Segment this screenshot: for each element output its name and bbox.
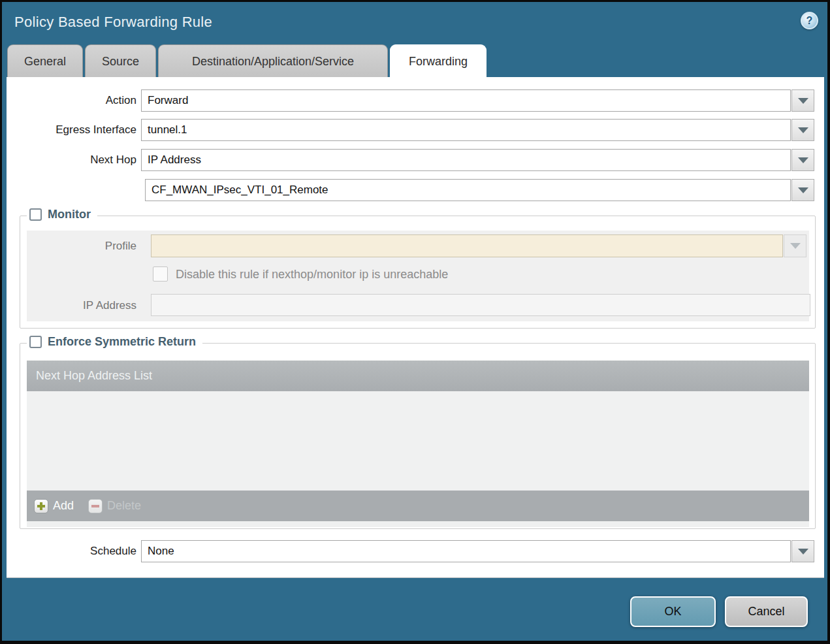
- monitor-profile-select: [151, 234, 783, 257]
- add-plus-icon: [34, 499, 48, 513]
- disable-rule-label: Disable this rule if nexthop/monitor ip …: [176, 268, 448, 282]
- egress-interface-row: Egress Interface tunnel.1: [7, 119, 824, 141]
- tab-destination-application-service[interactable]: Destination/Application/Service: [158, 44, 388, 77]
- tab-bar: General Source Destination/Application/S…: [7, 44, 487, 77]
- help-glyph: ?: [806, 15, 813, 27]
- egress-interface-label: Egress Interface: [7, 119, 136, 141]
- pbf-rule-dialog: Policy Based Forwarding Rule ? General S…: [2, 2, 827, 641]
- egress-interface-dropdown-button[interactable]: [791, 119, 814, 141]
- tab-general[interactable]: General: [7, 44, 83, 77]
- next-hop-address-list-body: [27, 391, 809, 491]
- table-bottom-strip: [27, 521, 809, 527]
- enforce-symmetric-return-checkbox[interactable]: [29, 336, 42, 348]
- tab-forwarding[interactable]: Forwarding: [390, 44, 487, 77]
- cancel-button[interactable]: Cancel: [725, 596, 808, 627]
- chevron-down-icon: [798, 187, 808, 193]
- chevron-down-icon: [798, 157, 808, 163]
- next-hop-address-list-table: Next Hop Address List Add Delete: [27, 361, 809, 527]
- table-toolbar: Add Delete: [27, 491, 809, 521]
- action-dropdown-button[interactable]: [791, 89, 814, 112]
- profile-label: Profile: [27, 234, 136, 257]
- next-hop-type-select[interactable]: IP Address: [141, 149, 791, 171]
- enforce-symmetric-return-legend-label: Enforce Symmetric Return: [48, 335, 196, 349]
- action-select[interactable]: Forward: [141, 89, 791, 112]
- monitor-ip-address-input: [151, 294, 810, 316]
- next-hop-dropdown-button[interactable]: [791, 149, 814, 171]
- schedule-dropdown-button[interactable]: [791, 540, 814, 562]
- tab-source[interactable]: Source: [85, 44, 156, 77]
- delete-minus-icon: [88, 499, 103, 513]
- disable-rule-checkbox: [153, 266, 168, 282]
- chevron-down-icon: [798, 549, 808, 555]
- action-label: Action: [7, 89, 136, 112]
- next-hop-address-dropdown-button[interactable]: [791, 179, 814, 201]
- monitor-legend: Monitor: [27, 208, 97, 221]
- schedule-label: Schedule: [7, 540, 136, 562]
- egress-interface-select[interactable]: tunnel.1: [141, 119, 791, 141]
- dialog-title: Policy Based Forwarding Rule: [14, 14, 212, 31]
- schedule-select[interactable]: None: [141, 540, 791, 562]
- delete-button: Delete: [88, 499, 141, 513]
- next-hop-address-select[interactable]: CF_MWAN_IPsec_VTI_01_Remote: [145, 179, 791, 201]
- schedule-row: Schedule None: [7, 540, 824, 562]
- chevron-down-icon: [790, 243, 801, 249]
- enforce-symmetric-return-section: Enforce Symmetric Return Next Hop Addres…: [20, 343, 816, 529]
- add-button[interactable]: Add: [34, 499, 74, 513]
- monitor-profile-dropdown-button: [784, 234, 806, 257]
- next-hop-address-list-header: Next Hop Address List: [27, 361, 809, 391]
- chevron-down-icon: [798, 127, 808, 133]
- next-hop-row: Next Hop IP Address: [7, 149, 824, 171]
- add-button-label: Add: [53, 499, 74, 513]
- monitor-legend-label: Monitor: [48, 208, 91, 221]
- enforce-symmetric-return-legend: Enforce Symmetric Return: [27, 335, 202, 349]
- next-hop-label: Next Hop: [7, 149, 136, 171]
- monitor-panel: Profile Disable this rule if nexthop/mon…: [27, 231, 809, 321]
- delete-button-label: Delete: [107, 499, 141, 513]
- forwarding-tab-panel: Action Forward Egress Interface tunnel.1…: [7, 77, 824, 578]
- next-hop-address-row: CF_MWAN_IPsec_VTI_01_Remote: [7, 179, 824, 201]
- help-icon[interactable]: ?: [801, 12, 818, 29]
- ok-button[interactable]: OK: [630, 596, 716, 627]
- monitor-ip-address-label: IP Address: [27, 294, 136, 317]
- action-row: Action Forward: [7, 89, 824, 112]
- chevron-down-icon: [798, 98, 808, 104]
- monitor-checkbox[interactable]: [29, 208, 42, 221]
- monitor-section: Monitor Profile Disable this rule if nex…: [20, 216, 816, 329]
- title-bar: Policy Based Forwarding Rule ?: [2, 2, 827, 44]
